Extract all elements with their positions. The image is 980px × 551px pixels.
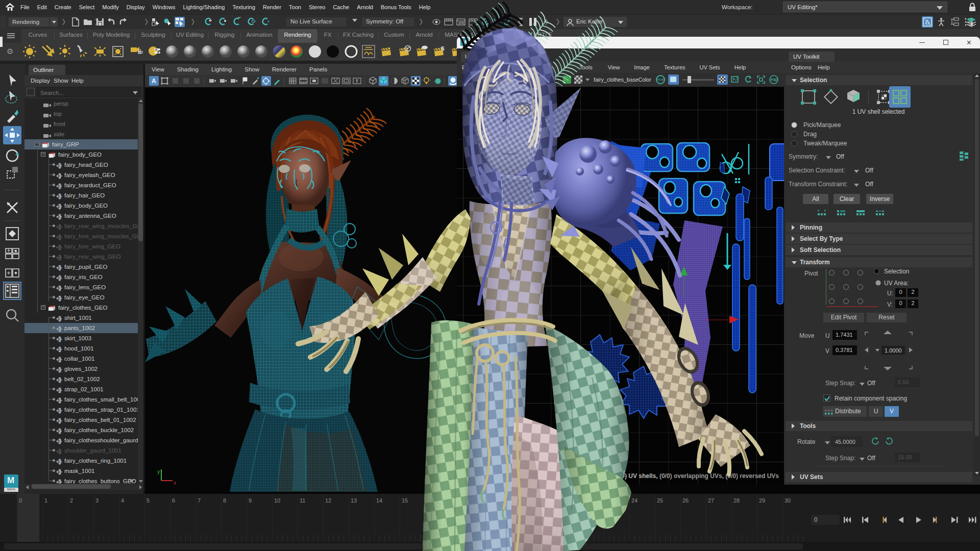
svg-text:x: x [174, 480, 177, 486]
svg-text:y: y [157, 468, 160, 474]
